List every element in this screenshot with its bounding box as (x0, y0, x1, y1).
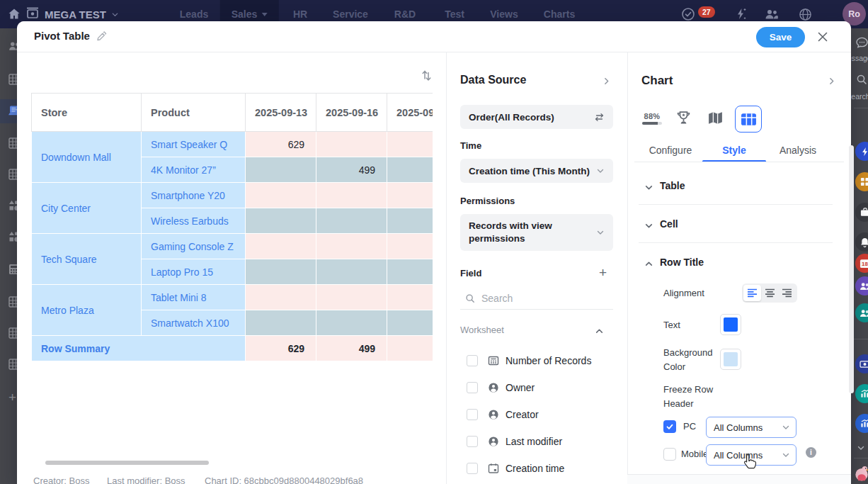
workplace-app-icon[interactable] (855, 203, 868, 222)
data-source-selector[interactable]: Order(All Records) (460, 105, 613, 129)
chart-id-meta: Chart ID: 68cbbc09d8800448029bf6a8 (205, 476, 363, 484)
background-color-swatch[interactable] (720, 349, 741, 370)
time-section-label: Time (460, 140, 481, 151)
trophy-chart-type[interactable] (675, 110, 692, 129)
pc-checkbox-checked[interactable] (663, 420, 676, 433)
divider (854, 108, 868, 108)
pivot-store-cell[interactable]: Tech Square (32, 234, 142, 285)
members-icon[interactable] (765, 9, 779, 23)
mascot-icon[interactable] (853, 463, 868, 484)
align-center-button[interactable] (761, 285, 779, 301)
page-vertical-scrollbar[interactable] (849, 145, 854, 393)
sidebar-calculator-icon[interactable] (8, 264, 17, 278)
sidebar-people-icon[interactable] (8, 41, 17, 55)
search-icon[interactable] (856, 74, 867, 88)
field-checkbox-unchecked[interactable] (467, 355, 478, 366)
table-horizontal-scrollbar[interactable] (45, 461, 209, 465)
map-chart-type[interactable] (707, 111, 724, 128)
field-checkbox-unchecked[interactable] (467, 409, 478, 420)
tab-configure[interactable]: Configure (649, 145, 692, 156)
table-section-chevron-down-icon[interactable] (644, 182, 653, 195)
row-title-section-header[interactable]: Row Title (660, 257, 704, 268)
expand-apps-chevron-down-icon[interactable] (857, 442, 865, 455)
sidebar-laptop-icon-active[interactable] (8, 105, 17, 119)
tab-style[interactable]: Style (722, 145, 746, 156)
field-checkbox-unchecked[interactable] (467, 463, 478, 474)
align-left-button[interactable] (743, 285, 761, 301)
divider (634, 162, 844, 162)
pivot-product-cell[interactable]: Smartwatch X100 (142, 310, 246, 336)
pc-freeze-columns-dropdown[interactable]: All Columns (706, 417, 796, 438)
calendar-app-icon[interactable]: 18 (855, 254, 868, 273)
pivot-store-cell[interactable]: City Center (32, 183, 142, 234)
close-icon[interactable] (817, 31, 828, 45)
pivot-product-cell[interactable]: Smart Speaker Q (142, 132, 246, 157)
sidebar-grid-icon[interactable] (8, 169, 17, 183)
progress-chart-type[interactable]: 88% (642, 112, 662, 125)
divider (627, 52, 628, 484)
field-search-input[interactable] (481, 293, 612, 304)
reports-app-icon[interactable] (855, 414, 868, 433)
pivot-store-cell[interactable]: Downdown Mall (32, 132, 142, 183)
pivot-store-cell[interactable]: Metro Plaza (32, 285, 142, 336)
analytics-app-icon[interactable] (855, 384, 868, 403)
pivot-product-cell[interactable]: Wireless Earbuds (142, 208, 246, 234)
collapse-chart-panel-chevron-right-icon[interactable] (827, 76, 836, 89)
sidebar-grid-icon[interactable] (8, 74, 17, 88)
cell-section-chevron-down-icon[interactable] (644, 220, 653, 233)
time-range-dropdown[interactable]: Creation time (This Month) (460, 159, 613, 183)
field-item-owner[interactable]: Owner (467, 381, 535, 395)
sidebar-grid-icon[interactable] (8, 296, 17, 310)
mobile-freeze-columns-value: All Columns (714, 450, 763, 461)
sidebar-plus-icon[interactable]: + (8, 391, 17, 405)
add-field-plus-icon[interactable]: + (599, 265, 607, 281)
groups-app-icon[interactable] (855, 303, 868, 322)
align-right-button[interactable] (778, 285, 796, 301)
sidebar-shapes-icon[interactable] (8, 231, 17, 245)
pivot-product-cell[interactable]: Tablet Mini 8 (142, 285, 246, 310)
sidebar-grid-icon[interactable] (8, 137, 17, 152)
pc-label: PC (683, 420, 696, 434)
save-button[interactable]: Save (756, 27, 805, 47)
field-item-last-modifier[interactable]: Last modifier (467, 434, 562, 449)
sidebar-grid-icon[interactable] (8, 327, 17, 342)
automation-app-icon[interactable] (855, 142, 868, 161)
mobile-freeze-columns-dropdown[interactable]: All Columns (706, 444, 796, 466)
pivot-product-cell[interactable]: 4K Monitor 27” (142, 157, 246, 183)
collapse-worksheet-chevron-up-icon[interactable] (595, 326, 604, 339)
payroll-app-icon[interactable] (855, 354, 868, 373)
messenger-icon[interactable] (856, 37, 868, 51)
pivot-column-header: Store (32, 94, 142, 132)
mobile-checkbox-unchecked[interactable] (663, 448, 676, 461)
mobile-label: Mobile (681, 447, 708, 461)
row-title-section-chevron-up-icon[interactable] (644, 259, 653, 271)
sort-order-icon[interactable] (421, 68, 433, 84)
pivot-value-cell (316, 132, 387, 157)
table-chart-type-selected[interactable] (735, 106, 762, 133)
home-icon[interactable] (8, 8, 21, 23)
edit-title-pencil-icon[interactable] (96, 31, 107, 45)
pivot-product-cell[interactable]: Laptop Pro 15 (142, 259, 246, 285)
notifications-app-icon[interactable] (855, 232, 868, 252)
field-item-creator[interactable]: Creator (467, 407, 539, 422)
info-icon[interactable]: i (806, 447, 816, 458)
field-item-number-of-records[interactable]: Number of Records (467, 354, 591, 368)
apps-grid-app-icon[interactable] (855, 172, 868, 191)
sidebar-shapes-icon[interactable] (8, 200, 17, 214)
sidebar-grid-icon[interactable] (8, 359, 17, 373)
table-section-header[interactable]: Table (660, 180, 685, 191)
cell-section-header[interactable]: Cell (660, 218, 678, 230)
number-field-icon (488, 355, 499, 366)
swap-source-icon[interactable] (594, 113, 605, 122)
field-checkbox-unchecked[interactable] (467, 436, 478, 447)
pivot-product-cell[interactable]: Gaming Console Z (142, 234, 246, 259)
pivot-product-cell[interactable]: Smartphone Y20 (142, 183, 246, 208)
text-color-swatch[interactable] (720, 314, 741, 335)
collapse-panel-chevron-right-icon[interactable] (602, 76, 611, 89)
permissions-value: Records with view permissions (469, 220, 579, 245)
contacts-app-icon[interactable] (855, 276, 868, 296)
field-checkbox-unchecked[interactable] (467, 382, 478, 393)
tab-analysis[interactable]: Analysis (780, 145, 816, 156)
permissions-dropdown[interactable]: Records with view permissions (460, 214, 613, 251)
field-item-creation-time[interactable]: Creation time (467, 461, 564, 475)
